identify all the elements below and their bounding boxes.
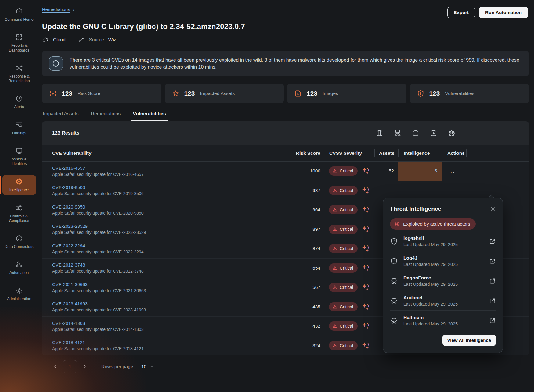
next-page-icon[interactable] (81, 363, 88, 370)
cve-link[interactable]: CVE-2023-23529 (52, 223, 294, 229)
run-automation-button[interactable]: Run Automation (479, 7, 528, 18)
cve-description: Apple Safari security update for CVE-201… (52, 346, 294, 351)
automation-icon (15, 260, 23, 268)
ai-sparkles-icon[interactable] (361, 283, 370, 292)
ai-sparkles-icon[interactable] (361, 166, 370, 176)
ai-sparkles-icon[interactable] (361, 321, 370, 331)
row-actions-button[interactable]: ... (442, 168, 466, 174)
page-number[interactable]: 1 (63, 360, 77, 373)
list-item[interactable]: DagonForce Last Updated May 29, 2025 (390, 271, 496, 291)
column-header-actions: Actions (442, 149, 466, 157)
sidebar-item-intelligence[interactable]: Intelligence (2, 175, 36, 195)
download-icon[interactable] (430, 129, 438, 137)
threat-name: log4shell (403, 235, 458, 241)
sidebar-item-controls-compliance[interactable]: Controls & Compliance (2, 201, 36, 226)
sidebar-item-label: Assets & Identities (4, 157, 35, 166)
breadcrumb-link-remediations[interactable]: Remediations (42, 7, 70, 12)
ai-sparkles-icon[interactable] (361, 244, 370, 253)
cve-description: Apple Safari security update for CVE-201… (52, 327, 294, 332)
close-icon[interactable] (489, 206, 496, 212)
column-header-cvss-severity[interactable]: CVSS Severity (325, 149, 374, 157)
risk-score-icon (49, 89, 57, 98)
severity-badge: Critical (329, 186, 358, 195)
cve-link[interactable]: CVE-2022-2294 (52, 243, 294, 248)
export-button[interactable]: Export (447, 7, 475, 18)
threat-updated: Last Updated May 29, 2025 (403, 321, 458, 326)
column-header-assets[interactable]: Assets (374, 149, 398, 157)
list-item[interactable]: log4shell Last Updated May 29, 2025 (390, 231, 496, 251)
view-all-intelligence-button[interactable]: View All Intelligence (442, 335, 496, 346)
threat-updated: Last Updated May 29, 2025 (403, 302, 458, 307)
list-item[interactable]: Log4J Last Updated May 29, 2025 (390, 251, 496, 271)
row-density-icon[interactable] (412, 129, 420, 137)
results-count: 123 Results (52, 130, 79, 136)
stat-card-risk-score[interactable]: 123 Risk Score (42, 84, 161, 103)
external-link-icon[interactable] (489, 278, 496, 285)
sidebar-item-data-connectors[interactable]: Data Connectors (2, 232, 36, 252)
stat-card-images[interactable]: 123 Images (287, 84, 406, 103)
cve-link[interactable]: CVE-2016-4657 (52, 165, 294, 171)
ai-sparkles-icon[interactable] (361, 205, 370, 214)
cve-link[interactable]: CVE-2012-3748 (52, 262, 294, 267)
sidebar-item-command-home[interactable]: Command Home (2, 5, 36, 24)
list-item[interactable]: Halfnium Last Updated May 29, 2025 (390, 310, 496, 330)
table-row[interactable]: CVE-2016-4657 Apple Safari security upda… (42, 162, 529, 181)
external-link-icon[interactable] (489, 258, 496, 265)
cloud-icon (42, 36, 49, 43)
intelligence-cell[interactable] (398, 181, 442, 200)
table-header: CVE Vulnerability Risk Score CVSS Severi… (42, 145, 529, 162)
tab-bar: Impacted Assets Remediations Vulnerabili… (42, 111, 529, 121)
cve-link[interactable]: CVE-2014-1303 (52, 321, 294, 326)
risk-score-value: 432 (294, 323, 325, 329)
sidebar-item-automation[interactable]: Automation (2, 258, 36, 278)
tab-impacted-assets[interactable]: Impacted Assets (43, 111, 78, 121)
group-rows-icon[interactable] (394, 129, 402, 137)
ai-sparkles-icon[interactable] (361, 225, 370, 234)
columns-icon[interactable] (376, 129, 384, 137)
rows-per-page-select[interactable]: 10 (141, 364, 154, 369)
alert-triangle-icon (332, 266, 337, 270)
sidebar-item-reports-dashboards[interactable]: Reports & Dashboards (2, 31, 36, 55)
ai-sparkles-icon[interactable] (361, 302, 370, 311)
cve-link[interactable]: CVE-2020-9850 (52, 204, 294, 209)
sidebar-item-label: Findings (12, 131, 26, 136)
threat-updated: Last Updated May 29, 2025 (403, 262, 458, 267)
cve-description: Apple Safari security update for CVE-202… (52, 307, 294, 312)
sidebar-item-response-remediation[interactable]: Response & Remediation (2, 62, 36, 86)
column-header-intelligence[interactable]: Intelligence (398, 149, 442, 157)
intelligence-icon (15, 177, 23, 186)
tab-vulnerabilities[interactable]: Vulnerabilities (133, 111, 166, 121)
cve-description: Apple Safari security update for CVE-201… (52, 172, 294, 177)
stat-card-vulnerabilities[interactable]: 123 Vulnerabilities (410, 84, 529, 103)
cve-link[interactable]: CVE-2019-8506 (52, 185, 294, 190)
stat-value: 123 (62, 90, 72, 97)
cve-link[interactable]: CVE-2018-4121 (52, 340, 294, 345)
prev-page-icon[interactable] (52, 363, 59, 370)
ai-sparkles-icon[interactable] (361, 341, 370, 350)
cve-link[interactable]: CVE-2023-41993 (52, 301, 294, 306)
cve-link[interactable]: CVE-2021-30663 (52, 282, 294, 287)
risk-score-value: 964 (294, 207, 325, 212)
external-link-icon[interactable] (489, 238, 496, 245)
intelligence-cell[interactable]: 5 (398, 162, 442, 181)
tab-remediations[interactable]: Remediations (91, 111, 121, 121)
stat-label: Vulnerabilities (445, 91, 474, 96)
ai-sparkles-icon[interactable] (361, 186, 370, 195)
list-item[interactable]: Andariel Last Updated May 29, 2025 (390, 291, 496, 310)
sidebar-item-alerts[interactable]: Alerts (2, 92, 36, 112)
risk-score-value: 1000 (294, 168, 325, 174)
severity-badge: Critical (329, 263, 358, 273)
external-link-icon[interactable] (489, 317, 496, 324)
sidebar-item-administration[interactable]: Administration (2, 284, 36, 304)
table-settings-icon[interactable] (448, 129, 456, 137)
sidebar-item-findings[interactable]: Findings (2, 118, 36, 138)
sidebar-item-assets-identities[interactable]: Assets & Identities (2, 144, 36, 169)
column-header-risk-score[interactable]: Risk Score (294, 149, 325, 157)
external-link-icon[interactable] (489, 297, 496, 304)
ai-sparkles-icon[interactable] (361, 263, 370, 273)
stat-card-impacted-assets[interactable]: 123 Impacted Assets (165, 84, 284, 103)
severity-badge: Critical (329, 166, 358, 176)
column-header-cve[interactable]: CVE Vulnerability (42, 151, 294, 156)
info-icon (49, 56, 63, 71)
table-row[interactable]: CVE-2019-8506 Apple Safari security upda… (42, 181, 529, 201)
